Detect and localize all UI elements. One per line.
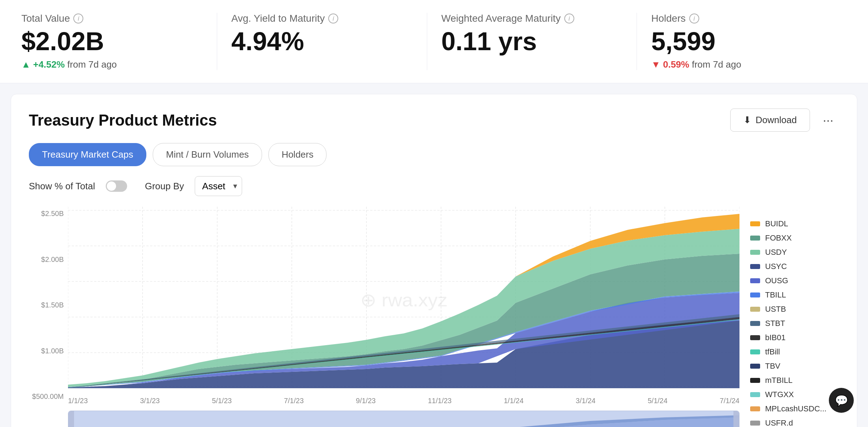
x-label-1: 3/1/23 — [140, 397, 160, 405]
legend-color-USDY — [750, 250, 760, 255]
holders-label: Holders — [651, 13, 685, 24]
legend-item-TBILL: TBILL — [750, 290, 839, 300]
legend-label-USFR: USFR.d — [765, 418, 793, 427]
top-metrics-bar: Total Value i $2.02B +4.52% from 7d ago … — [0, 0, 868, 83]
total-value-info-icon[interactable]: i — [73, 14, 83, 23]
weighted-maturity-info-icon[interactable]: i — [564, 14, 574, 23]
avg-yield-info-icon[interactable]: i — [328, 14, 338, 23]
more-options-button[interactable]: ··· — [817, 110, 839, 131]
metric-holders: Holders i 5,599 0.59% from 7d ago — [637, 13, 847, 70]
legend-item-tfBill: tfBill — [750, 347, 839, 357]
legend-label-TBV: TBV — [765, 362, 780, 371]
total-value-change: +4.52% from 7d ago — [21, 59, 203, 70]
holders-change-suffix: from 7d ago — [692, 59, 741, 70]
mini-handle-right[interactable] — [733, 411, 739, 427]
group-by-select[interactable]: Asset Issuer Chain — [195, 176, 242, 196]
avg-yield-label: Avg. Yield to Maturity — [231, 13, 325, 24]
legend-color-USFR — [750, 421, 760, 426]
x-label-5: 11/1/23 — [428, 397, 452, 405]
legend-item-USDY: USDY — [750, 248, 839, 257]
x-label-9: 7/1/24 — [720, 397, 739, 405]
download-button[interactable]: ⬇ Download — [730, 109, 810, 132]
chart-main: $2.50B $2.00B $1.50B $1.00B $500.00M $0.… — [29, 207, 739, 427]
legend-item-USTB: USTB — [750, 305, 839, 314]
legend-label-FOBXX: FOBXX — [765, 233, 792, 243]
metric-weighted-maturity: Weighted Average Maturity i 0.11 yrs — [427, 13, 637, 70]
legend-color-TBILL — [750, 292, 760, 297]
x-axis-labels: 1/1/23 3/1/23 5/1/23 7/1/23 9/1/23 11/1/… — [68, 397, 739, 405]
legend-color-OUSG — [750, 278, 760, 283]
legend-color-TBV — [750, 364, 760, 369]
weighted-maturity-label: Weighted Average Maturity — [441, 13, 561, 24]
legend-item-TBV: TBV — [750, 362, 839, 371]
legend-item-OUSG: OUSG — [750, 276, 839, 285]
legend-label-WTGXX: WTGXX — [765, 390, 794, 399]
legend-label-tfBill: tfBill — [765, 347, 780, 357]
legend-color-USYC — [750, 264, 760, 269]
legend-item-MPLcash: MPLcashUSDC... — [750, 404, 839, 413]
legend-item-BUIDL: BUIDL — [750, 219, 839, 228]
y-tick-2: $1.50B — [29, 301, 68, 309]
show-percent-toggle[interactable] — [106, 180, 127, 192]
total-value-label: Total Value — [21, 13, 70, 24]
x-label-2: 5/1/23 — [212, 397, 232, 405]
avg-yield-number: 4.94% — [231, 28, 413, 54]
chat-button[interactable]: 💬 — [829, 388, 854, 413]
legend-item-USYC: USYC — [750, 262, 839, 271]
download-label: Download — [755, 115, 797, 126]
legend-label-TBILL: TBILL — [765, 290, 786, 300]
legend-color-MPLcash — [750, 406, 760, 411]
mini-chart-wrapper — [68, 411, 739, 427]
x-label-7: 3/1/24 — [576, 397, 596, 405]
holders-change: 0.59% from 7d ago — [651, 59, 832, 70]
y-tick-3: $1.00B — [29, 347, 68, 355]
metric-avg-yield: Avg. Yield to Maturity i 4.94% — [217, 13, 427, 70]
download-icon: ⬇ — [743, 115, 751, 126]
x-label-0: 1/1/23 — [68, 397, 88, 405]
total-value-change-suffix: from 7d ago — [67, 59, 117, 70]
y-axis: $2.50B $2.00B $1.50B $1.00B $500.00M $0.… — [29, 207, 68, 427]
legend-label-MPLcash: MPLcashUSDC... — [765, 404, 826, 413]
svg-text:⊕ rwa.xyz: ⊕ rwa.xyz — [360, 290, 448, 310]
legend-label-BUIDL: BUIDL — [765, 219, 788, 228]
y-tick-1: $2.00B — [29, 255, 68, 264]
legend-item-WTGXX: WTGXX — [750, 390, 839, 399]
legend-label-USTB: USTB — [765, 305, 786, 314]
total-value-number: $2.02B — [21, 28, 203, 54]
group-by-label: Group By — [145, 181, 184, 192]
legend-label-STBT: STBT — [765, 319, 785, 328]
chart-header: Treasury Product Metrics ⬇ Download ··· — [29, 109, 839, 132]
legend-label-USYC: USYC — [765, 262, 787, 271]
mini-handle-left[interactable] — [68, 411, 74, 427]
y-tick-4: $500.00M — [29, 392, 68, 401]
legend-color-STBT — [750, 321, 760, 326]
total-value-change-pct: +4.52% — [21, 59, 65, 70]
legend-item-USFR: USFR.d — [750, 418, 839, 427]
legend-color-FOBXX — [750, 236, 760, 241]
legend-item-mTBILL: mTBILL — [750, 376, 839, 385]
legend-label-OUSG: OUSG — [765, 276, 788, 285]
legend-label-bIB01: bIB01 — [765, 333, 786, 342]
legend-item-FOBXX: FOBXX — [750, 233, 839, 243]
chart-canvas: ⊕ rwa.xyz 1/1/23 3/1/23 5/1/23 7/1/23 9/… — [68, 207, 739, 427]
chart-svg-wrapper: ⊕ rwa.xyz 1/1/23 3/1/23 5/1/23 7/1/23 9/… — [68, 207, 739, 427]
legend-color-BUIDL — [750, 221, 760, 226]
chart-legend: BUIDL FOBXX USDY USYC OUSG TBILL — [739, 207, 839, 427]
legend-color-USTB — [750, 307, 760, 312]
tab-mint-burn-volumes[interactable]: Mint / Burn Volumes — [153, 143, 262, 166]
holders-number: 5,599 — [651, 28, 832, 54]
main-chart-svg: ⊕ rwa.xyz — [68, 207, 739, 392]
tab-treasury-market-caps[interactable]: Treasury Market Caps — [29, 143, 146, 166]
holders-info-icon[interactable]: i — [689, 14, 699, 23]
legend-color-tfBill — [750, 349, 760, 354]
legend-color-WTGXX — [750, 392, 760, 397]
legend-item-STBT: STBT — [750, 319, 839, 328]
metric-total-value: Total Value i $2.02B +4.52% from 7d ago — [21, 13, 217, 70]
group-by-select-wrapper: Asset Issuer Chain — [195, 176, 242, 196]
x-label-4: 9/1/23 — [356, 397, 376, 405]
chart-header-right: ⬇ Download ··· — [730, 109, 839, 132]
holders-change-pct: 0.59% — [651, 59, 689, 70]
chart-with-yaxis: $2.50B $2.00B $1.50B $1.00B $500.00M $0.… — [29, 207, 739, 427]
tab-holders[interactable]: Holders — [268, 143, 327, 166]
chat-icon: 💬 — [835, 394, 848, 407]
